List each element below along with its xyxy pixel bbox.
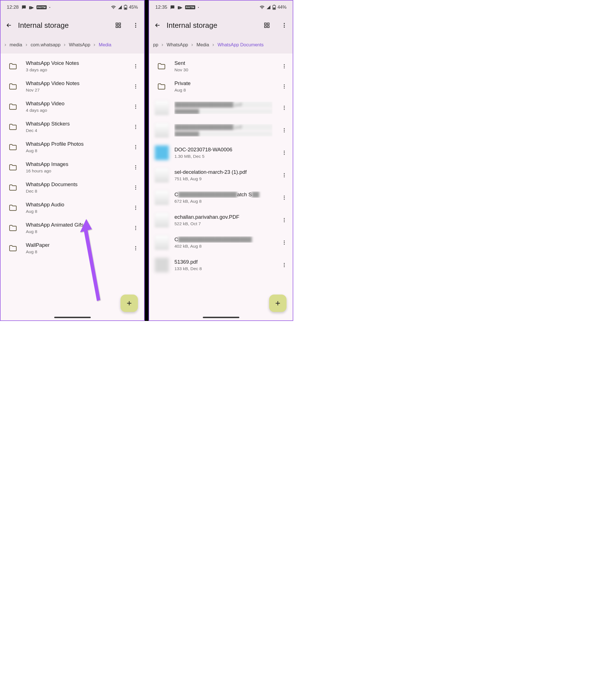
nav-handle[interactable] (54, 317, 91, 318)
svg-rect-6 (119, 26, 121, 27)
item-more-button[interactable] (132, 124, 139, 130)
item-more-button[interactable] (281, 217, 288, 224)
item-more-button[interactable] (281, 262, 288, 269)
breadcrumb-item[interactable]: Media (195, 42, 211, 48)
file-name: WhatsApp Video Notes (26, 80, 124, 86)
list-item[interactable]: WhatsApp Video NotesNov 27 (1, 76, 144, 96)
svg-point-49 (284, 27, 285, 28)
breadcrumb-item[interactable]: WhatsApp (67, 42, 92, 48)
list-item[interactable]: echallan.parivahan.gov.PDF522 kB, Oct 7 (149, 209, 293, 231)
file-sub: Dec 8 (26, 189, 124, 194)
item-more-button[interactable] (281, 172, 288, 178)
svg-rect-46 (267, 26, 269, 27)
svg-point-52 (284, 67, 284, 68)
back-button[interactable] (6, 22, 12, 29)
file-sub: Aug 8 (26, 249, 124, 254)
file-sub: Nov 30 (175, 67, 272, 72)
list-item[interactable]: 51369.pdf133 kB, Dec 8 (149, 254, 293, 276)
list-item[interactable]: WhatsApp Animated GifsAug 8 (1, 218, 144, 238)
file-sub: Aug 8 (26, 148, 124, 153)
fab-add-button[interactable] (121, 295, 138, 312)
list-item[interactable]: C████████████████atch S██672 kB, Aug 8 (149, 186, 293, 209)
item-more-button[interactable] (281, 149, 288, 156)
item-more-button[interactable] (281, 239, 288, 246)
signal-icon (118, 5, 122, 10)
item-more-button[interactable] (132, 225, 139, 231)
list-item[interactable]: C████████████████████402 kB, Aug 8 (149, 231, 293, 254)
item-more-button[interactable] (132, 83, 139, 90)
file-name: ████████████████.pdf (175, 102, 272, 108)
item-more-button[interactable] (281, 127, 288, 134)
breadcrumb-item[interactable]: WhatsApp Documents (216, 42, 265, 48)
list-item[interactable]: WhatsApp Video4 days ago (1, 96, 144, 117)
chevron-right-icon (3, 43, 8, 47)
list-item[interactable]: ████████████████.pdf████████ (149, 119, 293, 142)
file-name: Sent (175, 60, 272, 66)
item-more-button[interactable] (281, 194, 288, 201)
svg-point-20 (135, 126, 136, 127)
list-item[interactable]: WallPaperAug 8 (1, 238, 144, 258)
svg-rect-45 (265, 26, 266, 27)
file-sub: 402 kB, Aug 8 (175, 244, 272, 249)
breadcrumb-item[interactable]: com.whatsapp (29, 42, 62, 48)
list-item[interactable]: SentNov 30 (149, 56, 293, 76)
item-more-button[interactable] (281, 63, 288, 70)
back-button[interactable] (154, 22, 161, 29)
item-more-button[interactable] (132, 184, 139, 191)
status-time: 12:28 (7, 4, 19, 10)
svg-point-57 (284, 107, 284, 108)
item-more-button[interactable] (132, 245, 139, 251)
item-more-button[interactable] (132, 164, 139, 171)
app-header: Internal storage (149, 14, 293, 36)
nav-handle[interactable] (203, 317, 239, 318)
battery-icon (124, 5, 127, 10)
file-thumbnail (155, 123, 169, 138)
svg-rect-42 (273, 8, 275, 9)
list-item[interactable]: WhatsApp DocumentsDec 8 (1, 177, 144, 198)
more-button[interactable] (281, 22, 288, 29)
breadcrumb-item[interactable]: WhatsApp (165, 42, 190, 48)
dot-icon: • (50, 6, 51, 9)
grid-view-button[interactable] (115, 22, 122, 29)
item-more-button[interactable] (281, 104, 288, 111)
svg-point-75 (284, 242, 284, 243)
item-more-button[interactable] (132, 144, 139, 150)
folder-icon (8, 183, 17, 192)
list-item[interactable]: WhatsApp Profile PhotosAug 8 (1, 137, 144, 157)
right-phone: 12:35 ▮▶ PAYTM • 44% Internal storage (149, 0, 293, 321)
more-button[interactable] (132, 22, 139, 29)
svg-point-34 (135, 226, 136, 227)
list-item[interactable]: WhatsApp AudioAug 8 (1, 198, 144, 218)
svg-point-54 (284, 86, 284, 87)
svg-point-29 (135, 187, 136, 188)
file-list[interactable]: WhatsApp Voice Notes3 days ago WhatsApp … (1, 53, 144, 320)
item-more-button[interactable] (281, 83, 288, 90)
list-item[interactable]: WhatsApp StickersDec 4 (1, 117, 144, 137)
file-list[interactable]: SentNov 30 PrivateAug 8 ████████████████… (149, 53, 293, 320)
item-more-button[interactable] (132, 205, 139, 211)
svg-point-70 (284, 199, 284, 200)
svg-point-35 (135, 227, 136, 228)
grid-view-button[interactable] (264, 22, 270, 29)
fab-add-button[interactable] (269, 295, 286, 312)
svg-point-21 (135, 128, 136, 129)
list-item[interactable]: DOC-20230718-WA00061.30 MB, Dec 5 (149, 142, 293, 164)
list-item[interactable]: sel-decelation-march-23 (1).pdf751 kB, A… (149, 164, 293, 186)
breadcrumb-item[interactable]: media (8, 42, 24, 48)
list-item[interactable]: ████████████████.pdf████████ (149, 96, 293, 119)
item-more-button[interactable] (132, 63, 139, 70)
file-sub: 133 kB, Dec 8 (175, 266, 272, 271)
list-item[interactable]: WhatsApp Images16 hours ago (1, 157, 144, 177)
breadcrumb-item[interactable]: pp (151, 42, 160, 48)
list-item[interactable]: WhatsApp Voice Notes3 days ago (1, 56, 144, 76)
folder-icon (8, 62, 17, 71)
file-name: DOC-20230718-WA0006 (175, 147, 272, 153)
svg-point-72 (284, 220, 284, 220)
list-item[interactable]: PrivateAug 8 (149, 76, 293, 96)
svg-point-19 (135, 125, 136, 126)
breadcrumb-item[interactable]: Media (97, 42, 113, 48)
file-thumbnail (155, 168, 169, 182)
item-more-button[interactable] (132, 103, 139, 110)
app-header: Internal storage (1, 14, 144, 36)
header-title: Internal storage (18, 21, 109, 30)
